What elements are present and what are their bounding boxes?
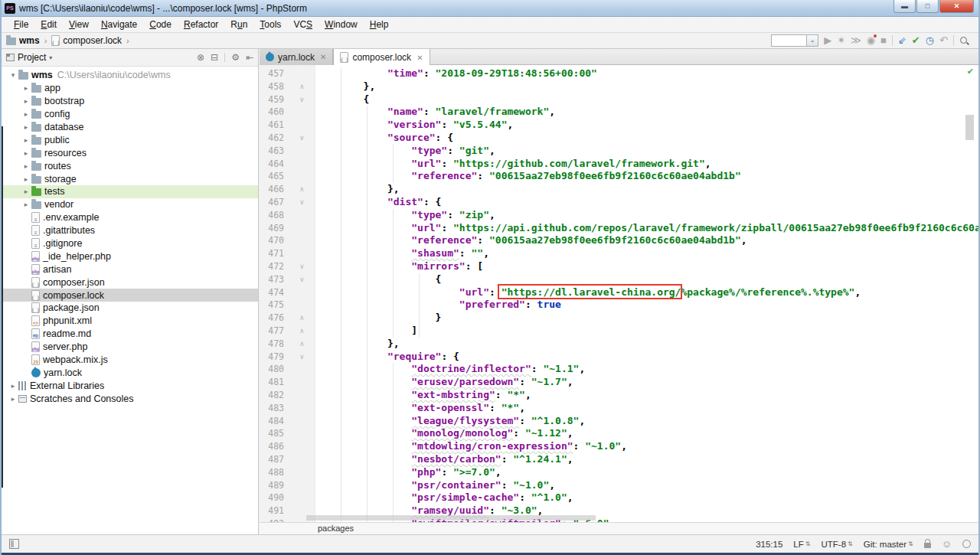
menu-item-file[interactable]: File — [8, 18, 34, 31]
menu-item-vcs[interactable]: VCS — [287, 18, 318, 31]
menu-item-tools[interactable]: Tools — [253, 18, 287, 31]
profiler-icon[interactable]: ◉ — [867, 34, 875, 47]
fold-marker-icon[interactable] — [284, 286, 315, 299]
fold-marker-icon[interactable] — [284, 440, 315, 453]
code-line-461[interactable]: 461 "version": "v5.5.44", — [260, 119, 978, 132]
fold-marker-icon[interactable] — [284, 491, 315, 504]
code-line-469[interactable]: 469 "url": "https://api.github.com/repos… — [260, 222, 978, 235]
tree-item-database[interactable]: ▸database — [2, 121, 258, 134]
line-separator-select[interactable]: LF⇅ — [793, 540, 810, 549]
tree-item--ide-helper-php[interactable]: php_ide_helper.php — [2, 250, 258, 263]
tree-item-public[interactable]: ▸public — [2, 133, 258, 146]
code-line-484[interactable]: 484 "league/flysystem": "^1.0.8", — [260, 415, 978, 428]
tree-item-scratches-and-consoles[interactable]: ▸Scratches and Consoles — [2, 392, 258, 405]
run-icon[interactable]: ▶ — [824, 34, 831, 47]
tree-item-yarn-lock[interactable]: yarn.lock — [2, 366, 258, 379]
code-line-457[interactable]: 457 "time": "2018-09-29T18:48:56+00:00" — [260, 67, 978, 80]
tab-composer-lock[interactable]: { } composer.lock ✕ — [333, 49, 430, 66]
fold-marker-icon[interactable]: ∨ — [284, 93, 315, 106]
toolwindow-toggle-icon[interactable] — [9, 539, 19, 549]
tree-item-external-libraries[interactable]: ▸External Libraries — [2, 379, 258, 392]
tree-arrow-icon[interactable]: ▸ — [21, 84, 31, 92]
fold-marker-icon[interactable] — [284, 145, 315, 158]
menu-item-run[interactable]: Run — [224, 18, 253, 31]
tree-item-readme-md[interactable]: MDreadme.md — [2, 328, 258, 341]
tree-item-composer-lock[interactable]: { }composer.lock — [2, 289, 258, 302]
hide-panel-icon[interactable]: ⇤ — [246, 52, 253, 63]
fold-marker-icon[interactable] — [284, 389, 315, 402]
tree-item-vendor[interactable]: ▸vendor — [2, 198, 258, 211]
code-line-474[interactable]: 474 "url": "https://dl.laravel-china.org… — [260, 286, 978, 299]
minimize-button[interactable]: ▬ — [893, 0, 916, 13]
fold-marker-icon[interactable]: ∨ — [284, 260, 315, 273]
fold-marker-icon[interactable] — [284, 415, 315, 428]
vertical-scrollbar[interactable] — [965, 115, 974, 140]
fold-marker-icon[interactable]: ∨ — [284, 351, 315, 364]
code-line-483[interactable]: 483 "ext-openssl": "*", — [260, 402, 978, 415]
code-editor[interactable]: 457 "time": "2018-09-29T18:48:56+00:00"4… — [260, 65, 978, 522]
tree-arrow-icon[interactable]: ▸ — [21, 97, 31, 105]
title-bar[interactable]: PS wms [C:\Users\ilaoniu\code\wms] - ...… — [0, 0, 980, 17]
fold-marker-icon[interactable] — [284, 402, 315, 415]
menu-item-help[interactable]: Help — [364, 18, 395, 31]
tree-arrow-icon[interactable]: ▸ — [8, 382, 18, 390]
maximize-button[interactable]: □ — [916, 0, 939, 13]
tree-arrow-icon[interactable]: ▾ — [8, 71, 18, 79]
code-line-464[interactable]: 464 "url": "https://github.com/laravel/f… — [260, 158, 978, 171]
coverage-icon[interactable]: ≫ — [851, 34, 861, 47]
update-project-icon[interactable]: ⇙ — [898, 34, 906, 47]
tree-item-config[interactable]: ▸config — [2, 108, 258, 121]
code-line-466[interactable]: 466∧ }, — [260, 183, 978, 196]
tree-item-wms[interactable]: ▾wmsC:\Users\ilaoniu\code\wms — [2, 69, 258, 82]
horizontal-scrollbar[interactable] — [306, 515, 596, 521]
code-line-485[interactable]: 485 "monolog/monolog": "~1.12", — [260, 427, 978, 440]
fold-marker-icon[interactable]: ∧ — [284, 80, 315, 93]
fold-marker-icon[interactable]: ∨ — [284, 132, 315, 145]
project-panel-title[interactable]: Project — [18, 52, 46, 63]
code-line-477[interactable]: 477∧ ] — [260, 325, 978, 338]
breadcrumb-root[interactable]: wms — [19, 35, 40, 46]
tree-arrow-icon[interactable]: ▸ — [21, 136, 31, 144]
tree-item--gitattributes[interactable]: ≡.gitattributes — [2, 224, 258, 237]
code-line-470[interactable]: 470 "reference": "00615aa27eb98f0ee6fb9f… — [260, 234, 978, 247]
run-configuration-select[interactable]: ⌄ — [771, 34, 818, 47]
code-line-475[interactable]: 475 "preferred": true — [260, 299, 978, 312]
fold-marker-icon[interactable]: ∨ — [284, 196, 315, 209]
tree-arrow-icon[interactable]: ▸ — [21, 188, 31, 195]
fold-marker-icon[interactable]: ∧ — [284, 183, 315, 196]
lock-icon[interactable] — [924, 543, 931, 548]
settings-gear-icon[interactable]: ⚙︎ — [231, 52, 240, 63]
fold-marker-icon[interactable] — [284, 479, 315, 492]
menu-item-window[interactable]: Window — [318, 18, 364, 31]
code-line-488[interactable]: 488 "php": ">=7.0", — [260, 466, 978, 479]
fold-marker-icon[interactable] — [284, 209, 315, 222]
code-line-478[interactable]: 478∧ }, — [260, 338, 978, 351]
tree-item-artisan[interactable]: phpartisan — [2, 263, 258, 276]
git-branch-select[interactable]: Git: master⇅ — [864, 540, 913, 549]
fold-marker-icon[interactable] — [284, 363, 315, 376]
code-line-489[interactable]: 489 "psr/container": "~1.0", — [260, 479, 978, 492]
tree-arrow-icon[interactable]: ▸ — [21, 123, 31, 131]
tree-item-app[interactable]: ▸app — [2, 82, 258, 95]
json-path-breadcrumb[interactable]: packages — [318, 524, 354, 533]
breadcrumb-file[interactable]: composer.lock — [63, 35, 122, 46]
code-line-463[interactable]: 463 "type": "git", — [260, 145, 978, 158]
code-line-480[interactable]: 480 "doctrine/inflector": "~1.1", — [260, 363, 978, 376]
tree-item-routes[interactable]: ▸routes — [2, 159, 258, 172]
tree-arrow-icon[interactable]: ▸ — [8, 395, 18, 403]
menu-item-navigate[interactable]: Navigate — [95, 18, 143, 31]
tree-item-bootstrap[interactable]: ▸bootstrap — [2, 95, 258, 108]
tree-item-tests[interactable]: ▸tests — [2, 185, 258, 198]
tab-yarn-lock[interactable]: yarn.lock ✕ — [260, 49, 333, 65]
tree-item-composer-json[interactable]: { }composer.json — [2, 276, 258, 289]
menu-item-code[interactable]: Code — [143, 18, 178, 31]
fold-marker-icon[interactable]: ∧ — [284, 338, 315, 351]
fold-marker-icon[interactable] — [284, 376, 315, 389]
code-line-468[interactable]: 468 "type": "zip", — [260, 209, 978, 222]
tree-arrow-icon[interactable]: ▸ — [21, 149, 31, 157]
fold-marker-icon[interactable] — [284, 158, 315, 171]
code-line-462[interactable]: 462∨ "source": { — [260, 132, 978, 145]
code-line-476[interactable]: 476∧ } — [260, 312, 978, 325]
code-line-465[interactable]: 465 "reference": "00615aa27eb98f0ee6fb9f… — [260, 170, 978, 183]
code-line-481[interactable]: 481 "erusev/parsedown": "~1.7", — [260, 376, 978, 389]
